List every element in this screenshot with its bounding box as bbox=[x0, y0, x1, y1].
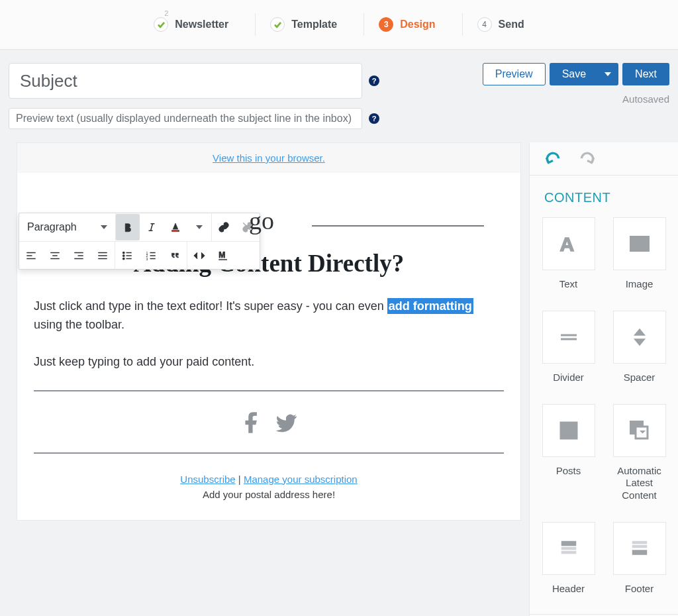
block-footer[interactable]: Footer bbox=[612, 522, 666, 595]
align-center-button[interactable] bbox=[43, 242, 67, 269]
step-newsletter[interactable]: 2 Newsletter bbox=[139, 13, 243, 36]
svg-text:3: 3 bbox=[146, 256, 148, 260]
block-label: Image bbox=[626, 278, 654, 291]
step-badge: 2 bbox=[164, 9, 168, 17]
step-send[interactable]: 4 Send bbox=[462, 13, 539, 36]
next-button[interactable]: Next bbox=[622, 63, 669, 85]
italic-button[interactable] bbox=[140, 214, 164, 240]
text-color-button[interactable] bbox=[164, 214, 187, 240]
svg-text:M: M bbox=[218, 250, 225, 260]
unsubscribe-link[interactable]: Unsubscribe bbox=[180, 474, 235, 485]
block-label: Posts bbox=[556, 465, 581, 478]
facebook-icon[interactable] bbox=[239, 410, 264, 438]
block-label: Spacer bbox=[624, 372, 655, 384]
divider-line bbox=[34, 452, 504, 454]
help-icon[interactable]: ? bbox=[369, 76, 379, 86]
svg-rect-39 bbox=[561, 541, 575, 545]
svg-rect-41 bbox=[561, 551, 575, 553]
block-label: Divider bbox=[553, 372, 584, 384]
email-canvas: View this in your browser. Paragraph bbox=[17, 142, 521, 521]
block-label: Header bbox=[552, 583, 585, 595]
align-right-button[interactable] bbox=[67, 242, 91, 269]
block-header[interactable]: Header bbox=[542, 522, 595, 595]
view-in-browser: View this in your browser. bbox=[17, 143, 520, 173]
chevron-down-icon bbox=[101, 225, 107, 229]
save-button-label: Save bbox=[562, 68, 586, 80]
svg-rect-0 bbox=[171, 231, 179, 232]
text-format-toolbar: Paragraph bbox=[19, 213, 260, 270]
text-color-caret[interactable] bbox=[187, 214, 211, 240]
paragraph-style-select[interactable]: Paragraph bbox=[19, 213, 115, 241]
redo-button[interactable] bbox=[579, 149, 596, 169]
help-icon[interactable]: ? bbox=[369, 113, 379, 124]
bullet-list-button[interactable] bbox=[115, 242, 139, 269]
body-text: Just keep typing to add your paid conten… bbox=[34, 353, 504, 372]
block-label: Text bbox=[559, 278, 578, 291]
chevron-down-icon bbox=[605, 72, 611, 76]
block-label: Footer bbox=[625, 583, 654, 595]
medium-button[interactable]: M bbox=[211, 242, 235, 269]
step-label: Template bbox=[291, 19, 337, 30]
link-button[interactable] bbox=[212, 214, 236, 240]
divider-line bbox=[34, 390, 504, 391]
email-body[interactable]: Paragraph bbox=[17, 173, 520, 520]
numbered-list-button[interactable]: 123 bbox=[139, 242, 163, 269]
wizard-stepper: 2 Newsletter Template 3 Design 4 Send bbox=[0, 0, 678, 50]
align-justify-button[interactable] bbox=[91, 242, 115, 269]
subject-input[interactable] bbox=[9, 63, 362, 99]
body-text: using the toolbar. bbox=[34, 318, 124, 331]
blockquote-button[interactable] bbox=[163, 242, 187, 269]
preview-text-input[interactable] bbox=[9, 108, 362, 129]
columns-section-title: COLUMNS bbox=[530, 614, 678, 617]
autosaved-status: Autosaved bbox=[622, 93, 669, 105]
step-number: 3 bbox=[379, 17, 393, 32]
history-controls bbox=[530, 142, 678, 176]
block-posts[interactable]: Posts bbox=[542, 404, 595, 502]
svg-point-36 bbox=[563, 433, 565, 435]
check-icon bbox=[270, 17, 285, 32]
block-label: Automatic Latest Content bbox=[612, 465, 666, 502]
svg-rect-40 bbox=[561, 547, 575, 549]
step-label: Send bbox=[499, 19, 524, 30]
block-spacer[interactable]: Spacer bbox=[612, 311, 666, 384]
paragraph-style-label: Paragraph bbox=[27, 221, 77, 233]
right-sidebar: CONTENT A Text Image Divider Spacer Post… bbox=[529, 142, 678, 616]
svg-marker-34 bbox=[634, 339, 644, 345]
preview-button[interactable]: Preview bbox=[483, 63, 546, 85]
highlighted-text: add formatting bbox=[387, 298, 473, 314]
email-body-text[interactable]: Just click and type in the text editor! … bbox=[17, 297, 520, 372]
undo-button[interactable] bbox=[544, 149, 561, 169]
postal-address[interactable]: Add your postal address here! bbox=[17, 489, 520, 500]
twitter-icon[interactable] bbox=[273, 410, 299, 438]
save-button[interactable]: Save bbox=[550, 63, 618, 85]
svg-point-16 bbox=[123, 258, 124, 259]
header-actions: Preview Save Next bbox=[483, 63, 669, 85]
svg-text:A: A bbox=[559, 233, 574, 255]
block-text[interactable]: A Text bbox=[542, 217, 595, 291]
content-blocks: A Text Image Divider Spacer Posts Aut bbox=[530, 217, 678, 614]
svg-rect-44 bbox=[632, 550, 646, 554]
svg-rect-42 bbox=[632, 541, 646, 543]
manage-subscription-link[interactable]: Manage your subscription bbox=[244, 474, 358, 485]
step-label: Design bbox=[400, 19, 435, 30]
svg-rect-43 bbox=[632, 545, 646, 547]
separator: | bbox=[236, 474, 244, 485]
block-automatic-latest-content[interactable]: Automatic Latest Content bbox=[612, 404, 666, 502]
block-divider[interactable]: Divider bbox=[542, 311, 595, 384]
logo-divider bbox=[312, 225, 484, 227]
svg-point-14 bbox=[123, 252, 124, 253]
step-template[interactable]: Template bbox=[255, 13, 352, 36]
view-in-browser-link[interactable]: View this in your browser. bbox=[213, 152, 325, 164]
step-design[interactable]: 3 Design bbox=[363, 13, 450, 36]
bold-button[interactable] bbox=[116, 214, 140, 240]
svg-marker-33 bbox=[634, 329, 644, 335]
body-text: Just click and type in the text editor! … bbox=[34, 299, 387, 313]
align-left-button[interactable] bbox=[19, 242, 43, 269]
logo-text: go bbox=[249, 206, 274, 235]
header-row: ? ? Preview Save Next Autosaved bbox=[0, 50, 678, 129]
code-button[interactable] bbox=[187, 242, 211, 269]
social-icons bbox=[17, 403, 520, 440]
block-image[interactable]: Image bbox=[612, 217, 666, 291]
check-icon bbox=[154, 17, 168, 32]
step-label: Newsletter bbox=[175, 19, 228, 30]
